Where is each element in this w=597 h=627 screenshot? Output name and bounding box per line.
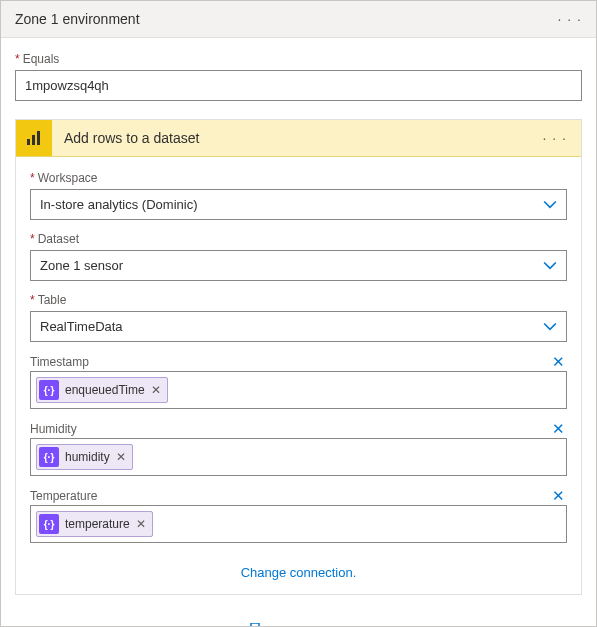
temperature-input[interactable]: {·} temperature ✕ <box>30 505 567 543</box>
clear-temperature-icon[interactable]: ✕ <box>544 488 567 503</box>
action-title: Add rows to a dataset <box>52 130 529 146</box>
svg-rect-1 <box>32 135 35 145</box>
timestamp-label: Timestamp <box>30 355 89 369</box>
equals-label: Equals <box>15 52 582 66</box>
temperature-token[interactable]: {·} temperature ✕ <box>36 511 153 537</box>
timestamp-field: Timestamp ✕ {·} enqueuedTime ✕ <box>30 354 567 409</box>
expression-icon: {·} <box>39 514 59 534</box>
clear-humidity-icon[interactable]: ✕ <box>544 421 567 436</box>
chevron-down-icon <box>543 198 557 212</box>
humidity-token-label: humidity <box>65 450 110 464</box>
chevron-down-icon <box>543 259 557 273</box>
humidity-field: Humidity ✕ {·} humidity ✕ <box>30 421 567 476</box>
panel-header: Zone 1 environment · · · <box>1 1 596 38</box>
humidity-label: Humidity <box>30 422 77 436</box>
change-connection-row: Change connection. <box>30 555 567 584</box>
table-field: Table RealTimeData <box>30 293 567 342</box>
powerbi-icon <box>16 120 52 156</box>
workspace-value: In-store analytics (Dominic) <box>40 197 198 212</box>
add-action-label: Add an action <box>273 624 353 628</box>
change-connection-link[interactable]: Change connection. <box>241 565 357 580</box>
more-menu-icon[interactable]: · · · <box>558 11 582 27</box>
table-label: Table <box>30 293 567 307</box>
workspace-field: Workspace In-store analytics (Dominic) <box>30 171 567 220</box>
temperature-token-label: temperature <box>65 517 130 531</box>
workspace-select[interactable]: In-store analytics (Dominic) <box>30 189 567 220</box>
svg-rect-2 <box>37 131 40 145</box>
dataset-select[interactable]: Zone 1 sensor <box>30 250 567 281</box>
action-more-icon[interactable]: · · · <box>529 130 581 146</box>
remove-token-icon[interactable]: ✕ <box>136 517 146 531</box>
clear-timestamp-icon[interactable]: ✕ <box>544 354 567 369</box>
dataset-value: Zone 1 sensor <box>40 258 123 273</box>
expression-icon: {·} <box>39 447 59 467</box>
table-select[interactable]: RealTimeData <box>30 311 567 342</box>
temperature-label: Temperature <box>30 489 97 503</box>
add-action-button[interactable]: Add an action <box>15 595 582 627</box>
equals-input[interactable] <box>15 70 582 101</box>
equals-field: Equals <box>15 52 582 101</box>
table-value: RealTimeData <box>40 319 123 334</box>
svg-rect-4 <box>251 623 259 627</box>
action-header[interactable]: Add rows to a dataset · · · <box>16 120 581 157</box>
action-card: Add rows to a dataset · · · Workspace In… <box>15 119 582 595</box>
svg-rect-0 <box>27 139 30 145</box>
timestamp-token-label: enqueuedTime <box>65 383 145 397</box>
panel-title: Zone 1 environment <box>15 11 140 27</box>
action-body: Workspace In-store analytics (Dominic) D… <box>16 157 581 594</box>
remove-token-icon[interactable]: ✕ <box>151 383 161 397</box>
remove-token-icon[interactable]: ✕ <box>116 450 126 464</box>
humidity-token[interactable]: {·} humidity ✕ <box>36 444 133 470</box>
workspace-label: Workspace <box>30 171 567 185</box>
timestamp-token[interactable]: {·} enqueuedTime ✕ <box>36 377 168 403</box>
temperature-field: Temperature ✕ {·} temperature ✕ <box>30 488 567 543</box>
chevron-down-icon <box>543 320 557 334</box>
timestamp-input[interactable]: {·} enqueuedTime ✕ <box>30 371 567 409</box>
panel-content: Equals Add rows to a dataset · · · Works… <box>1 38 596 627</box>
expression-icon: {·} <box>39 380 59 400</box>
dataset-label: Dataset <box>30 232 567 246</box>
add-action-icon <box>245 623 265 627</box>
dataset-field: Dataset Zone 1 sensor <box>30 232 567 281</box>
humidity-input[interactable]: {·} humidity ✕ <box>30 438 567 476</box>
